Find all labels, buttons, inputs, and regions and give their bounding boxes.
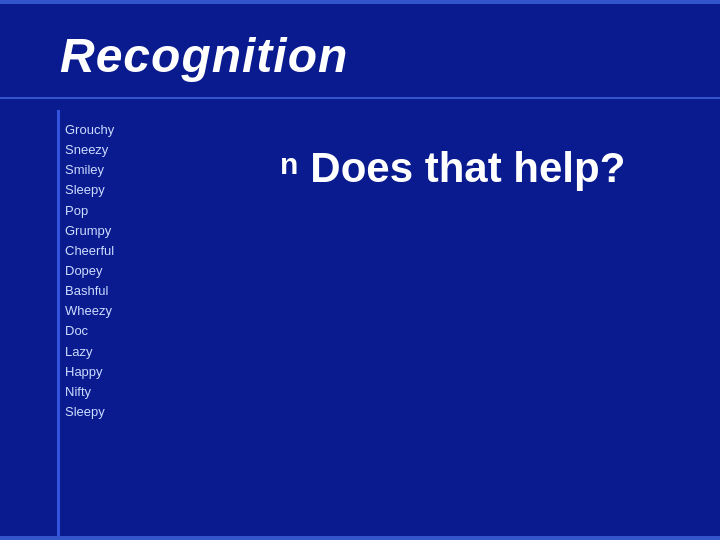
list-item: Doc [65,321,240,341]
slide-title: Recognition [60,29,348,82]
list-item: Grumpy [65,221,240,241]
list-item: Grouchy [65,120,240,140]
list-item: Sleepy [65,180,240,200]
content-area: GrouchySneezySmileySleepyPopGrumpyCheerf… [0,110,720,540]
bullet-marker: n [280,147,298,180]
right-column: n Does that help? [240,110,720,540]
list-item: Nifty [65,382,240,402]
list-item: Wheezy [65,301,240,321]
list-column: GrouchySneezySmileySleepyPopGrumpyCheerf… [0,110,240,540]
list-item: Smiley [65,160,240,180]
slide: Recognition GrouchySneezySmileySleepyPop… [0,0,720,540]
list-item: Sleepy [65,402,240,422]
bottom-accent-bar [0,536,720,540]
list-item: Sneezy [65,140,240,160]
bullet-text: Does that help? [310,145,625,191]
list-item: Cheerful [65,241,240,261]
list-item: Bashful [65,281,240,301]
top-accent-bar [0,0,720,4]
list-item: Lazy [65,342,240,362]
list-item: Dopey [65,261,240,281]
list-item: Pop [65,201,240,221]
bullet-point: n Does that help? [280,145,625,191]
title-bar: Recognition [0,10,720,99]
list-item: Happy [65,362,240,382]
